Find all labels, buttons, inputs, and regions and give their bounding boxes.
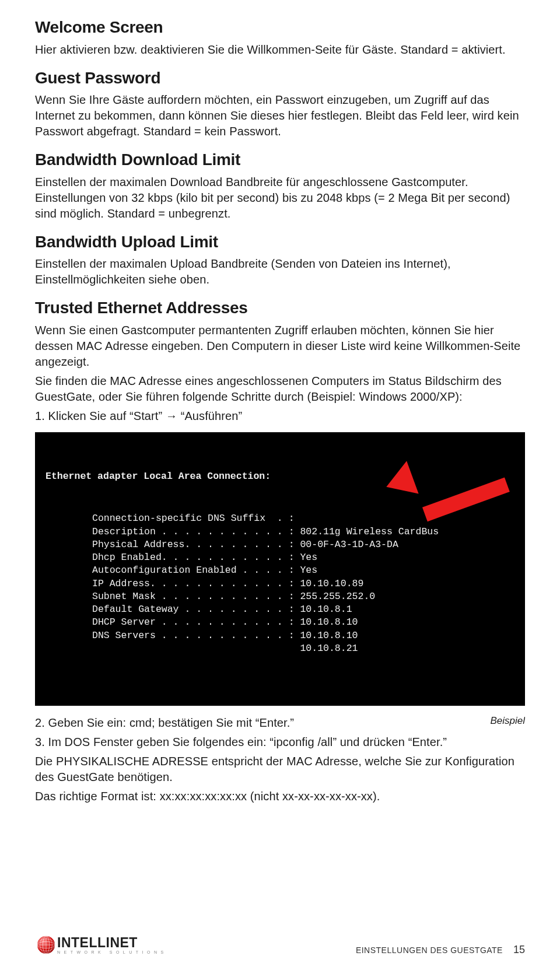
globe-icon — [35, 934, 57, 956]
paragraph: Wenn Sie einen Gastcomputer permantenten… — [35, 323, 525, 370]
footer-section: EINSTELLUNGEN DES GUESTGATE — [356, 946, 503, 955]
paragraph: Wenn Sie Ihre Gäste auffordern möchten, … — [35, 92, 525, 139]
paragraph: Das richtige Format ist: xx:xx:xx:xx:xx:… — [35, 789, 525, 804]
heading-guest-password: Guest Password — [35, 68, 525, 88]
page-number: 15 — [513, 944, 525, 956]
terminal-line: IP Address. . . . . . . . . . . . : 10.1… — [92, 577, 514, 590]
heading-welcome: Welcome Screen — [35, 17, 525, 37]
paragraph: Hier aktivieren bzw. deaktivieren Sie di… — [35, 42, 525, 58]
terminal-line: 10.10.8.21 — [92, 642, 514, 655]
terminal-line: Autoconfiguration Enabled . . . . : Yes — [92, 564, 514, 577]
step2: 2. Geben Sie ein: cmd; bestätigen Sie mi… — [35, 715, 525, 731]
example-caption: Beispiel — [490, 715, 525, 727]
terminal-line: DHCP Server . . . . . . . . . . . : 10.1… — [92, 616, 514, 629]
heading-bw-upload: Bandwidth Upload Limit — [35, 232, 525, 252]
terminal-screenshot: Ethernet adapter Local Area Connection: … — [35, 432, 525, 706]
step3: 3. Im DOS Fenster geben Sie folgendes ei… — [35, 734, 525, 750]
logo-name: INTELLINET — [57, 936, 167, 950]
terminal-line: DNS Servers . . . . . . . . . . . : 10.1… — [92, 629, 514, 642]
logo-subtitle: NETWORK SOLUTIONS — [57, 950, 167, 954]
heading-bw-download: Bandwidth Download Limit — [35, 150, 525, 170]
terminal-line: Default Gateway . . . . . . . . . : 10.1… — [92, 603, 514, 616]
terminal-line: Dhcp Enabled. . . . . . . . . . . : Yes — [92, 551, 514, 564]
paragraph: Sie finden die MAC Adresse eines angesch… — [35, 373, 525, 405]
paragraph: Einstellen der maximalen Download Bandbr… — [35, 174, 525, 222]
paragraph: Die PHYSIKALISCHE ADRESSE entspricht der… — [35, 754, 525, 785]
paragraph: Einstellen der maximalen Upload Bandbrei… — [35, 256, 525, 288]
step1: 1. Klicken Sie auf “Start” → “Ausführen” — [35, 408, 525, 424]
terminal-line: Subnet Mask . . . . . . . . . . . : 255.… — [92, 590, 514, 603]
heading-trusted: Trusted Ethernet Addresses — [35, 298, 525, 318]
brand-logo: INTELLINET NETWORK SOLUTIONS — [35, 934, 167, 956]
page-footer: INTELLINET NETWORK SOLUTIONS EINSTELLUNG… — [0, 934, 560, 956]
